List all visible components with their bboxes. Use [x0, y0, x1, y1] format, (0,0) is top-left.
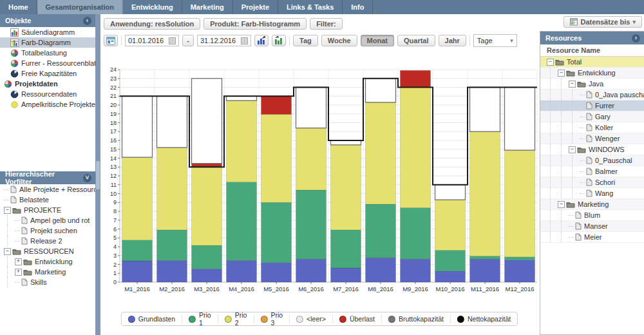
chart-view-green-button[interactable] — [272, 35, 286, 46]
resource-item-manser[interactable]: Manser — [540, 221, 644, 232]
resource-item-total[interactable]: −Total — [540, 57, 644, 68]
datensaetze-icon — [570, 18, 578, 26]
main-content: Anwendung: resSolutionProdukt: Farb-Hist… — [100, 14, 538, 335]
bar-segment — [435, 251, 466, 271]
toolbar-button-anwendung-ressolution[interactable]: Anwendung: resSolution — [104, 18, 200, 30]
resource-item-windows[interactable]: −WINDOWS — [540, 144, 644, 155]
sidebar-item-totalbelastung[interactable]: Totalbelastung — [0, 48, 95, 58]
resource-item-marketing[interactable]: −Marketing — [540, 199, 644, 210]
legend-label: Überlast — [350, 315, 375, 323]
date-from-input[interactable]: 01.01.2016 — [125, 35, 179, 46]
collapse-resources-panel-icon[interactable]: › — [632, 34, 640, 43]
resource-item-entwicklung[interactable]: −Entwicklung — [540, 68, 644, 79]
resource-item-schori[interactable]: Schori — [540, 177, 644, 188]
sidebar-item-freie-kapazit-ten[interactable]: Freie Kapazitäten — [0, 68, 95, 79]
x-axis-tick-label: M5_2016 — [263, 285, 289, 292]
date-to-input[interactable]: 31.12.2016 — [197, 35, 251, 46]
collapse-node-icon[interactable]: − — [4, 207, 11, 214]
resource-item-blum[interactable]: Blum — [540, 210, 644, 221]
sidebar-item-projektdaten[interactable]: Projektdaten — [0, 79, 95, 89]
period-button-monat[interactable]: Monat — [361, 35, 394, 46]
tree-guide — [550, 199, 561, 209]
period-button-woche[interactable]: Woche — [321, 35, 357, 46]
tab-info[interactable]: Info — [343, 0, 373, 14]
sidebar-item-ampelkritische-projekte[interactable]: Ampelkritische Projekte — [0, 99, 95, 110]
resource-item-koller[interactable]: Koller — [540, 122, 644, 133]
resource-item-0-java-pauschal[interactable]: 0_Java pauschal — [540, 90, 644, 100]
tree-item-label: Meier — [584, 233, 602, 241]
tab-gesamtorganisation[interactable]: Gesamtorganisation — [37, 0, 123, 14]
vorfilter-item-ressourcen[interactable]: −RESSOURCEN — [0, 246, 95, 256]
folder-icon — [566, 201, 575, 208]
period-button-quartal[interactable]: Quartal — [397, 35, 435, 46]
y-axis-tick-label: 7 — [113, 217, 117, 224]
vorfilter-item-skills[interactable]: Skills — [0, 277, 95, 287]
tree-guide — [572, 90, 583, 100]
resource-item-meier[interactable]: Meier — [540, 232, 644, 243]
vorfilter-item-alle-projekte-ressourcen[interactable]: Alle Projekte + Ressourcen — [0, 184, 95, 195]
collapse-left-panel-icon[interactable]: ‹ — [83, 17, 91, 25]
tab-links-tasks[interactable]: Links & Tasks — [278, 0, 343, 14]
chart-svg: 0123456789101112131415161718192021222324… — [100, 63, 538, 303]
tab-entwicklung[interactable]: Entwicklung — [123, 0, 182, 14]
period-button-tag[interactable]: Tag — [293, 35, 318, 46]
calendar-icon[interactable] — [169, 37, 176, 44]
objekte-panel-header: Objekte ‹ — [0, 14, 95, 27]
sidebar-splitter[interactable] — [95, 14, 100, 335]
empty-capacity-box — [470, 88, 500, 132]
tab-projekte[interactable]: Projekte — [233, 0, 278, 14]
vorfilter-item-entwicklung[interactable]: +Entwicklung — [0, 256, 95, 267]
resource-item-balmer[interactable]: Balmer — [540, 166, 644, 177]
dark-pie-icon — [10, 90, 19, 99]
collapse-node-icon[interactable]: − — [547, 59, 554, 66]
folder-icon — [555, 59, 564, 66]
resource-item-gary[interactable]: Gary — [540, 111, 644, 122]
tree-item-label: Wenger — [595, 135, 620, 142]
vorfilter-item-ampel-gelb-und-rot[interactable]: Ampel gelb und rot — [0, 215, 95, 225]
vorfilter-item-marketing[interactable]: +Marketing — [0, 267, 95, 277]
vorfilter-item-release-2[interactable]: Release 2 — [0, 236, 95, 246]
tree-guide — [550, 221, 561, 231]
vorfilter-item-projekte[interactable]: −PROJEKTE — [0, 205, 95, 215]
legend-label: <leer> — [307, 315, 326, 323]
calendar-icon[interactable] — [241, 37, 248, 44]
tree-item-label: Koller — [595, 124, 613, 131]
resource-item-java[interactable]: −Java — [540, 79, 644, 90]
bar-segment — [157, 230, 187, 260]
resource-item-furrer[interactable]: Furrer — [540, 100, 644, 111]
datensaetze-row: Datensätze bis ▾ — [540, 14, 644, 30]
period-button-jahr[interactable]: Jahr — [439, 35, 466, 46]
splitter-grip[interactable] — [96, 161, 100, 189]
tree-connector — [4, 200, 9, 200]
sidebar-item-furrer-ressourcenblatt[interactable]: Furrer - Ressourcenblatt — [0, 58, 95, 68]
toolbar-button-filter-[interactable]: Filter: — [310, 18, 343, 30]
toolbar-button-produkt-farb-histogramm[interactable]: Produkt: Farb-Histogramm — [204, 18, 307, 30]
tab-home[interactable]: Home — [0, 0, 37, 14]
tree-guide — [561, 232, 572, 242]
resource-item-0-pauschal[interactable]: 0_Pauschal — [540, 155, 644, 166]
sidebar-item-farb-diagramm[interactable]: Farb-Diagramm — [0, 37, 95, 48]
bar-segment — [227, 100, 257, 182]
datensaetze-bis-button[interactable]: Datensätze bis ▾ — [564, 16, 642, 28]
y-axis-tick-label: 11 — [111, 182, 117, 188]
collapse-node-icon[interactable]: − — [4, 248, 11, 255]
tree-connector — [4, 189, 9, 190]
tree-guide — [550, 188, 561, 198]
tree-guide — [550, 133, 561, 144]
vorfilter-item-projekt-suchen[interactable]: Projekt suchen — [0, 225, 95, 236]
resource-item-wenger[interactable]: Wenger — [540, 133, 644, 144]
bar-segment — [192, 269, 222, 282]
unit-select[interactable]: Tage▾ — [473, 34, 517, 47]
tab-marketing[interactable]: Marketing — [182, 0, 233, 14]
sidebar-item-s-ulendiagramm[interactable]: Säulendiagramm — [0, 27, 95, 37]
resource-item-wang[interactable]: Wang — [540, 188, 644, 199]
file-icon — [586, 189, 592, 197]
vorfilter-item-belastete[interactable]: Belastete — [0, 195, 95, 205]
bar-segment — [261, 263, 292, 282]
overview-button[interactable] — [104, 35, 118, 46]
chart-view-blue-button[interactable] — [254, 35, 269, 46]
sidebar-item-ressourcendaten[interactable]: Ressourcendaten — [0, 89, 95, 99]
date-range-separator-button[interactable]: - — [182, 35, 194, 46]
tree-guide — [561, 133, 572, 144]
collapse-vorfilter-panel-icon[interactable]: ˅ — [83, 174, 91, 182]
